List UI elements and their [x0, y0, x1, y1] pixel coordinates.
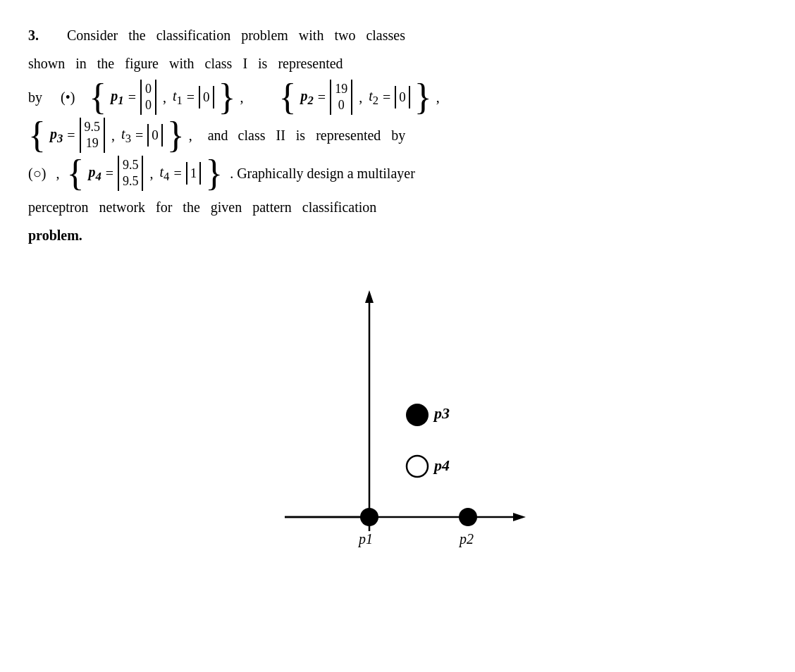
set4-close-brace: } [205, 155, 223, 192]
set4-open-brace: { [66, 155, 84, 192]
problem-container: 3. Consider the classification problem w… [28, 21, 767, 249]
set3-t-val: 0 [147, 124, 163, 147]
set4-t-val: 1 [186, 162, 202, 185]
set4-comma: , [149, 162, 153, 185]
set3-eq: = [67, 124, 75, 147]
set2-trailing-comma: , [436, 86, 440, 108]
set1-close-brace: } [218, 79, 236, 116]
perceptron-text: perceptron network for the given pattern… [28, 193, 376, 221]
set1-t-label: t1 [173, 85, 183, 111]
set1-t-val: 0 [199, 86, 214, 108]
set3-comma: , [111, 124, 115, 147]
p2-label: p2 [458, 531, 474, 547]
set1-t-eq: = [187, 86, 195, 108]
set4-p-matrix: 9.5 9.5 [118, 156, 144, 192]
set2-open-brace: { [279, 79, 297, 116]
set3-t-eq: = [135, 124, 143, 147]
graphically-text: . Graphically design a multilayer [230, 162, 415, 185]
set3-p-top: 9.5 [85, 119, 101, 135]
set3-t-label: t3 [121, 123, 131, 149]
class-ii-text: class II is represented by [238, 124, 406, 147]
set3-open-brace: { [28, 117, 46, 154]
x-axis-arrow [513, 513, 526, 521]
set4-t-label: t4 [159, 161, 169, 187]
line-1: 3. Consider the classification problem w… [28, 21, 767, 49]
set2-comma: , [359, 86, 362, 108]
set2-t-label: t2 [369, 85, 378, 111]
set1-comma: , [163, 86, 166, 108]
set1-p-top: 0 [145, 81, 152, 97]
set2-p-matrix: 19 0 [330, 80, 352, 116]
and-text: and [208, 124, 228, 147]
set3-p-matrix: 9.5 19 [80, 118, 106, 154]
set1-p-matrix: 0 0 [140, 80, 156, 116]
shown-text: shown in the figure with class I is repr… [28, 49, 350, 77]
problem-number: 3. [28, 21, 39, 49]
set1-open-brace: { [89, 79, 106, 116]
set3-content: p3 = 9.5 19 , t3 = 0 [50, 118, 163, 154]
by-line: by (•) { p1 = 0 0 , t1 = 0 } , { p2 = 19… [28, 79, 767, 116]
line1-text: Consider the classification problem with… [67, 21, 405, 49]
set4-t-eq: = [173, 162, 181, 185]
p3-label: p3 [433, 404, 450, 422]
set4-content: p4 = 9.5 9.5 , t4 = 1 [88, 156, 201, 192]
line-2-3: shown in the figure with class I is repr… [28, 49, 767, 77]
set4-p-top: 9.5 [123, 157, 139, 173]
p1-label: p1 [357, 531, 373, 547]
coordinate-graph: p1 p2 p3 p4 [242, 278, 553, 580]
set2-p-top: 19 [335, 81, 347, 97]
set2-close-brace: } [414, 79, 432, 116]
p3-point [406, 404, 429, 426]
p4-point [407, 456, 428, 477]
graph-container: p1 p2 p3 p4 [28, 278, 767, 580]
by-label: by [28, 86, 42, 108]
set1-p-label: p1 [111, 85, 123, 111]
set3-p-label: p3 [50, 123, 63, 149]
set2-t-eq: = [383, 86, 390, 108]
set4-p-label: p4 [88, 161, 101, 187]
p3-line: { p3 = 9.5 19 , t3 = 0 } , and class II … [28, 117, 767, 154]
set2-t-val: 0 [395, 86, 410, 108]
problem-end-text: problem. [28, 221, 82, 249]
set4-eq: = [106, 162, 113, 185]
y-axis-arrow [365, 290, 374, 303]
set2-content: p2 = 19 0 , t2 = 0 [301, 80, 410, 116]
set3-close-brace: } [167, 117, 185, 154]
set2-p-bot: 0 [338, 97, 345, 113]
set1-trailing-comma: , [240, 86, 244, 108]
set4-p-bot: 9.5 [123, 173, 139, 189]
set1-content: p1 = 0 0 , t1 = 0 [111, 80, 214, 116]
p4-line: (○) , { p4 = 9.5 9.5 , t4 = 1 } . Graphi… [28, 155, 767, 192]
set1-p-bot: 0 [145, 97, 152, 113]
set2-p-label: p2 [301, 85, 314, 111]
perceptron-line: perceptron network for the given pattern… [28, 193, 767, 221]
set2-eq: = [318, 86, 326, 108]
p4-label: p4 [433, 456, 450, 474]
dot-symbol: (•) [61, 86, 75, 108]
circle-symbol: (○) [28, 162, 46, 185]
set1-eq: = [128, 86, 136, 108]
circle-comma: , [56, 162, 59, 185]
set3-trailing-comma: , [189, 124, 192, 147]
problem-line: problem. [28, 221, 767, 249]
set3-p-bot: 19 [86, 135, 99, 151]
